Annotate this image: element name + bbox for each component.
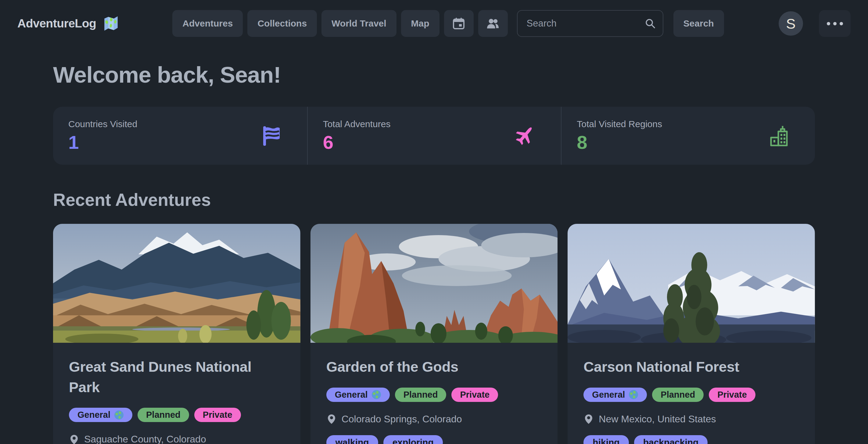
main-navbar: AdventureLog Adventures Collections Worl… — [0, 0, 868, 47]
welcome-heading: Welcome back, Sean! — [53, 62, 815, 88]
adventure-card-carson-national-forest[interactable]: Carson National Forest General Planned P… — [567, 224, 815, 444]
nav-world-travel[interactable]: World Travel — [321, 10, 397, 37]
adventure-photo-sand-dunes — [53, 224, 301, 343]
nav-links: Adventures Collections World Travel Map — [172, 10, 724, 37]
location-pin-icon — [326, 414, 337, 424]
tag-backpacking: backpacking — [634, 435, 708, 444]
tag-walking: walking — [326, 435, 378, 444]
location-text: Saguache County, Colorado — [84, 434, 206, 444]
app-logo[interactable]: AdventureLog — [18, 14, 120, 32]
recent-adventures-grid: Great Sand Dunes National Park General P… — [53, 224, 815, 444]
ellipsis-icon — [827, 22, 843, 25]
badge-row: General Planned Private — [326, 388, 542, 402]
stat-label: Countries Visited — [68, 119, 292, 129]
badge-row: General Planned Private — [584, 388, 799, 402]
adventure-card-great-sand-dunes[interactable]: Great Sand Dunes National Park General P… — [53, 224, 301, 444]
badge-planned: Planned — [652, 388, 704, 402]
search-area — [517, 10, 663, 37]
stat-value: 8 — [577, 133, 800, 152]
search-input[interactable] — [517, 10, 663, 37]
badge-general: General — [584, 388, 647, 402]
adventure-photo-snowy-mountains — [567, 224, 815, 343]
badge-private: Private — [709, 388, 755, 402]
location-row: Colorado Springs, Colorado — [326, 413, 542, 425]
nav-adventures[interactable]: Adventures — [172, 10, 243, 37]
location-row: Saguache County, Colorado — [69, 434, 284, 444]
location-pin-icon — [69, 434, 79, 444]
search-button[interactable]: Search — [674, 10, 724, 37]
overflow-menu-button[interactable] — [819, 10, 850, 37]
stat-label: Total Visited Regions — [577, 119, 800, 129]
globe-icon — [628, 390, 638, 400]
airplane-icon — [512, 123, 537, 148]
tag-row: hiking backpacking — [584, 435, 799, 444]
location-pin-icon — [584, 414, 594, 424]
app-title: AdventureLog — [18, 17, 96, 30]
users-icon — [487, 17, 499, 30]
stat-total-visited-regions: Total Visited Regions 8 — [561, 107, 815, 165]
nav-collections[interactable]: Collections — [247, 10, 317, 37]
stat-countries-visited: Countries Visited 1 — [53, 107, 307, 165]
badge-general: General — [326, 388, 390, 402]
map-emoji-icon — [102, 14, 120, 32]
calendar-icon — [452, 17, 465, 30]
badge-row: General Planned Private — [69, 408, 284, 422]
adventure-title: Great Sand Dunes National Park — [69, 357, 284, 398]
avatar[interactable]: S — [779, 11, 803, 36]
badge-general: General — [69, 408, 132, 422]
calendar-button[interactable] — [444, 10, 474, 37]
navbar-right: S — [779, 10, 850, 37]
tag-row: walking exploring — [326, 435, 542, 444]
adventure-title: Garden of the Gods — [326, 357, 542, 377]
location-row: New Mexico, United States — [584, 413, 799, 425]
card-body: Great Sand Dunes National Park General P… — [53, 343, 301, 444]
stat-total-adventures: Total Adventures 6 — [307, 107, 561, 165]
badge-planned: Planned — [137, 408, 189, 422]
badge-private: Private — [452, 388, 498, 402]
badge-private: Private — [194, 408, 241, 422]
main-content: Welcome back, Sean! Countries Visited 1 … — [0, 62, 868, 444]
globe-icon — [371, 390, 381, 400]
search-icon — [645, 18, 655, 29]
city-icon — [767, 124, 791, 148]
flag-icon — [259, 124, 283, 148]
users-button[interactable] — [478, 10, 508, 37]
location-text: Colorado Springs, Colorado — [342, 413, 462, 425]
badge-planned: Planned — [395, 388, 446, 402]
location-text: New Mexico, United States — [599, 413, 716, 425]
adventure-photo-red-rocks — [310, 224, 558, 343]
tag-hiking: hiking — [584, 435, 628, 444]
card-body: Carson National Forest General Planned P… — [567, 343, 815, 444]
card-body: Garden of the Gods General Planned Priva… — [310, 343, 558, 444]
stat-value: 1 — [68, 133, 292, 152]
tag-exploring: exploring — [383, 435, 443, 444]
stats-panel: Countries Visited 1 Total Adventures 6 T… — [53, 107, 815, 165]
adventure-title: Carson National Forest — [584, 357, 799, 377]
nav-map[interactable]: Map — [401, 10, 439, 37]
recent-adventures-heading: Recent Adventures — [53, 190, 815, 210]
globe-icon — [114, 410, 124, 420]
adventure-card-garden-of-the-gods[interactable]: Garden of the Gods General Planned Priva… — [310, 224, 558, 444]
